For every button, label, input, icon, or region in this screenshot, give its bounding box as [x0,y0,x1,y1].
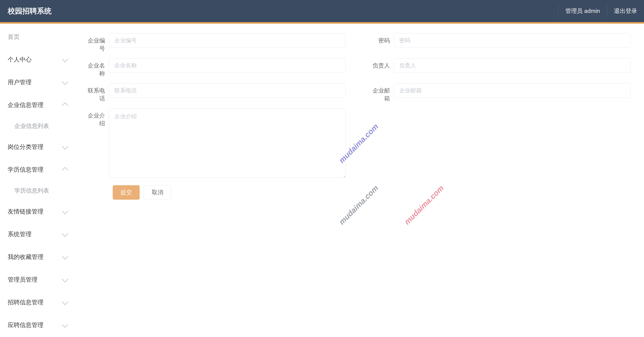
sidebar-item-label: 友情链接管理 [8,208,44,216]
sidebar-item-label: 招聘信息管理 [8,298,44,306]
sidebar-item-education-mgmt[interactable]: 学历信息管理 [0,158,75,181]
enterprise-no-input[interactable] [109,33,346,48]
manager-input[interactable] [394,58,630,73]
accent-bar [0,22,644,24]
form-group-phone: 联系电话 [84,83,346,102]
page-body: 首页 个人中心 用户管理 企业信息管理 企业信息列表 岗位分类管理 学历信息管理… [0,24,644,337]
sidebar-subitem-education-list[interactable]: 学历信息列表 [0,181,75,200]
chevron-down-icon [62,208,68,214]
sidebar-item-user-mgmt[interactable]: 用户管理 [0,71,75,94]
form-label: 联系电话 [84,83,109,102]
sidebar-item-favorite-mgmt[interactable]: 我的收藏管理 [0,246,75,268]
sidebar-item-label: 应聘信息管理 [8,321,44,329]
app-title: 校园招聘系统 [8,6,52,16]
chevron-up-icon [62,102,68,109]
form-group-password: 密码 [369,33,630,52]
user-info[interactable]: 管理员 admin [558,4,607,18]
email-input[interactable] [394,83,630,98]
sidebar-item-personal[interactable]: 个人中心 [0,48,75,71]
sidebar-item-label: 系统管理 [8,230,32,238]
sidebar-home-label: 首页 [8,33,20,41]
sidebar-item-label: 个人中心 [8,56,32,64]
chevron-down-icon [62,56,68,62]
form-label: 企业邮箱 [369,83,394,102]
button-row: 提交 取消 [113,185,630,200]
form-label: 密码 [369,33,394,45]
chevron-down-icon [62,78,68,85]
form-group-intro: 企业介绍 [84,108,346,178]
sidebar-item-label: 企业信息管理 [8,101,44,109]
sidebar-subitem-label: 企业信息列表 [14,122,49,130]
form-label: 企业名称 [84,58,109,78]
sidebar-item-label: 我的收藏管理 [8,253,44,261]
chevron-down-icon [62,230,68,237]
sidebar: 首页 个人中心 用户管理 企业信息管理 企业信息列表 岗位分类管理 学历信息管理… [0,24,75,337]
submit-button[interactable]: 提交 [113,185,140,200]
sidebar-item-enterprise-mgmt[interactable]: 企业信息管理 [0,94,75,116]
sidebar-item-label: 用户管理 [8,78,32,86]
sidebar-item-label: 学历信息管理 [8,166,44,174]
form-label: 企业介绍 [84,108,109,128]
sidebar-item-position-mgmt[interactable]: 岗位分类管理 [0,136,75,158]
chevron-up-icon [62,167,68,174]
sidebar-item-apply-mgmt[interactable]: 应聘信息管理 [0,314,75,336]
sidebar-item-recruit-mgmt[interactable]: 招聘信息管理 [0,291,75,314]
sidebar-item-label: 岗位分类管理 [8,143,44,151]
main-content: 企业编号 密码 企业名称 负责人 联系电话 企 [75,24,644,337]
form-group-manager: 负责人 [369,58,630,78]
sidebar-item-system-mgmt[interactable]: 系统管理 [0,223,75,246]
password-input[interactable] [394,33,630,48]
form-label: 企业编号 [84,33,109,52]
form-group-enterprise-no: 企业编号 [84,33,346,52]
header: 校园招聘系统 管理员 admin 退出登录 [0,0,644,22]
form-label: 负责人 [369,58,394,70]
chevron-down-icon [62,253,68,260]
phone-input[interactable] [109,83,346,98]
form-group-email: 企业邮箱 [369,83,630,102]
enterprise-name-input[interactable] [109,58,346,73]
chevron-down-icon [62,298,68,305]
sidebar-item-link-mgmt[interactable]: 友情链接管理 [0,200,75,223]
sidebar-home[interactable]: 首页 [0,26,75,48]
cancel-button[interactable]: 取消 [144,185,171,200]
sidebar-subitem-enterprise-list[interactable]: 企业信息列表 [0,116,75,136]
sidebar-subitem-label: 学历信息列表 [14,187,49,195]
sidebar-item-label: 管理员管理 [8,276,38,284]
chevron-down-icon [62,321,68,328]
chevron-down-icon [62,276,68,282]
chevron-down-icon [62,143,68,150]
intro-textarea[interactable] [109,108,346,178]
form-group-enterprise-name: 企业名称 [84,58,346,78]
header-right: 管理员 admin 退出登录 [558,0,644,22]
sidebar-item-admin-mgmt[interactable]: 管理员管理 [0,268,75,291]
logout-button[interactable]: 退出登录 [607,4,644,18]
